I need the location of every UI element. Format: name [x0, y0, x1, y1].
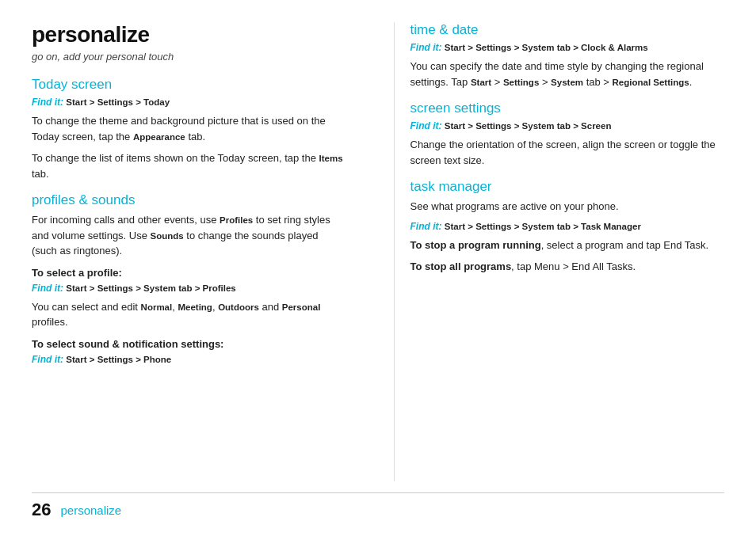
find-label: Find it:	[32, 97, 63, 108]
sub-heading-select-profile: To select a profile:	[32, 267, 346, 279]
find-label-time-date: Find it:	[410, 42, 442, 53]
find-path-time-date: Start > Settings > System tab > Clock & …	[445, 43, 648, 52]
regional-bold-td: Regional Settings	[613, 78, 689, 87]
footer-page-name: personalize	[60, 504, 121, 517]
find-path-today: Start > Settings > Today	[66, 97, 170, 107]
section-heading-screen: screen settings	[410, 101, 725, 116]
right-column: time & date Find it: Start > Settings > …	[394, 22, 725, 481]
find-path-phone: Start > Settings > Phone	[66, 355, 171, 364]
outdoors-bold: Outdoors	[218, 302, 259, 312]
find-it-task-manager: Find it: Start > Settings > System tab >…	[410, 221, 725, 232]
content-area: personalize go on, add your personal tou…	[32, 22, 724, 481]
find-path-task-manager: Start > Settings > System tab > Task Man…	[445, 222, 641, 231]
profiles-bold: Profiles	[220, 215, 253, 225]
profiles-para2: You can select and edit Normal, Meeting,…	[32, 299, 346, 330]
sub-heading-sound-notification: To select sound & notification settings:	[32, 338, 346, 350]
today-screen-para1: To change the theme and background pictu…	[32, 113, 346, 144]
find-it-today: Find it: Start > Settings > Today	[32, 97, 346, 108]
section-heading-task-manager: task manager	[410, 179, 725, 195]
page-title: personalize	[32, 22, 346, 48]
page: personalize go on, add your personal tou…	[0, 0, 756, 536]
system-bold-td: System	[551, 78, 583, 87]
find-label-profiles: Find it:	[32, 283, 63, 294]
task-manager-para1: See what programs are active on your pho…	[410, 199, 725, 215]
find-it-screen: Find it: Start > Settings > System tab >…	[410, 120, 725, 131]
find-label-phone: Find it:	[32, 354, 63, 365]
today-screen-para2: To change the list of items shown on the…	[32, 150, 346, 181]
page-subtitle: go on, add your personal touch	[32, 51, 346, 63]
task-manager-stop-all: To stop all programs, tap Menu > End All…	[410, 259, 725, 275]
meeting-bold: Meeting	[178, 302, 212, 312]
stop-all-bold: To stop all programs	[410, 260, 512, 272]
items-bold: Items	[319, 154, 343, 163]
find-it-time-date: Find it: Start > Settings > System tab >…	[410, 42, 725, 53]
section-heading-today-screen: Today screen	[32, 77, 346, 93]
start-bold-td: Start	[471, 78, 491, 87]
screen-para1: Change the orientation of the screen, al…	[410, 137, 725, 168]
find-path-screen: Start > Settings > System tab > Screen	[445, 121, 612, 131]
normal-bold: Normal	[141, 302, 173, 312]
appearance-bold: Appearance	[133, 132, 185, 142]
section-heading-time-date: time & date	[410, 22, 725, 38]
settings-bold-td: Settings	[503, 78, 539, 87]
find-label-task-manager: Find it:	[410, 221, 442, 232]
personal-bold: Personal	[282, 302, 321, 312]
find-path-profiles: Start > Settings > System tab > Profiles	[66, 283, 235, 293]
left-column: personalize go on, add your personal tou…	[32, 22, 362, 481]
sounds-bold: Sounds	[151, 231, 184, 241]
find-it-profiles: Find it: Start > Settings > System tab >…	[32, 283, 346, 294]
task-manager-stop-program: To stop a program running, select a prog…	[410, 238, 725, 253]
find-it-phone: Find it: Start > Settings > Phone	[32, 354, 346, 365]
find-label-screen: Find it:	[410, 120, 442, 131]
stop-program-bold: To stop a program running	[410, 239, 541, 251]
footer-page-number: 26	[32, 500, 51, 520]
section-heading-profiles: profiles & sounds	[32, 192, 346, 208]
profiles-para1: For incoming calls and other events, use…	[32, 212, 346, 259]
footer: 26 personalize	[32, 492, 724, 520]
time-date-para1: You can specify the date and time style …	[410, 59, 725, 89]
